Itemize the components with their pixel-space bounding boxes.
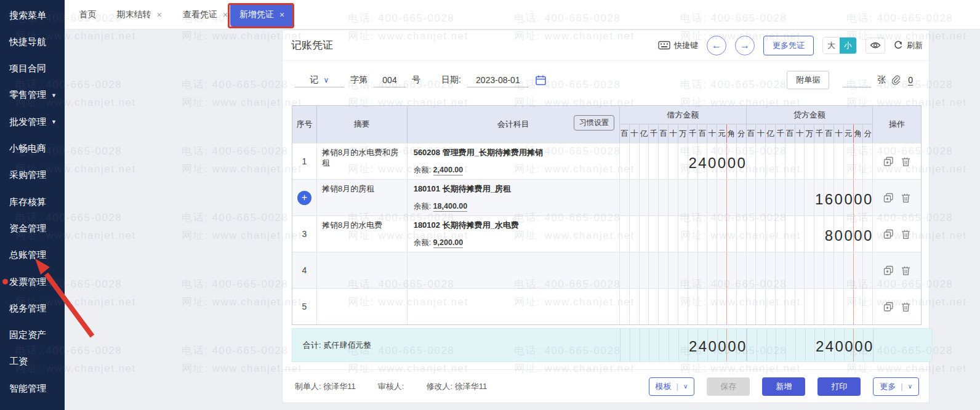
prev-voucher-button[interactable]: ←	[707, 36, 726, 55]
amount-digit-cell[interactable]	[726, 180, 736, 215]
attach-document-button[interactable]: 附单据	[787, 71, 829, 89]
sidebar-item-quick-nav[interactable]: 快捷导航	[9, 35, 46, 49]
font-size-small-button[interactable]: 小	[840, 38, 856, 54]
amount-digit-cell[interactable]	[862, 252, 872, 288]
amount-digit-cell[interactable]: 0	[834, 329, 844, 361]
delete-row-icon[interactable]	[901, 302, 910, 312]
more-button[interactable]: 更多| ∨	[873, 377, 919, 396]
amount-digit-cell[interactable]	[765, 143, 775, 179]
amount-digit-cell[interactable]	[804, 289, 814, 324]
duplicate-row-icon[interactable]	[883, 302, 894, 312]
amount-digit-cell[interactable]	[649, 329, 659, 361]
amount-digit-cell[interactable]: 4	[697, 143, 707, 179]
amount-digit-cell[interactable]	[707, 252, 717, 288]
amount-digit-cell[interactable]	[620, 216, 629, 252]
amount-digit-cell[interactable]	[805, 329, 815, 361]
amount-digit-cell[interactable]	[639, 289, 649, 324]
amount-digit-cell[interactable]: 1	[814, 180, 824, 215]
more-vouchers-button[interactable]: 更多凭证	[763, 36, 814, 55]
amount-digit-cell[interactable]: 0	[853, 329, 863, 361]
amount-digit-cell[interactable]	[755, 180, 765, 215]
amount-digit-cell[interactable]	[736, 252, 746, 288]
refresh-button[interactable]: 刷新	[894, 40, 923, 51]
account-cell[interactable]: 180101 长期待摊费用_房租余额: 18,400.00	[408, 180, 620, 215]
amount-digit-cell[interactable]	[707, 180, 717, 215]
amount-digit-cell[interactable]: 0	[726, 329, 736, 361]
amount-digit-cell[interactable]: 2	[688, 329, 697, 361]
sidebar-item-invoice-mgmt[interactable]: 发票管理	[9, 275, 46, 289]
account-cell[interactable]: 180102 长期待摊费用_水电费余额: 9,200.00	[408, 216, 620, 252]
amount-digit-cell[interactable]	[747, 216, 756, 252]
amount-digit-cell[interactable]	[824, 289, 833, 324]
amount-digit-cell[interactable]	[814, 216, 824, 252]
amount-digit-cell[interactable]	[620, 143, 629, 179]
tab-view-voucher[interactable]: 查看凭证×	[179, 0, 231, 30]
amount-digit-cell[interactable]	[678, 143, 688, 179]
amount-digit-cell[interactable]	[678, 180, 688, 215]
amount-digit-cell[interactable]	[659, 329, 669, 361]
amount-digit-cell[interactable]	[668, 143, 678, 179]
amount-digit-cell[interactable]: 0	[863, 329, 873, 361]
amount-digit-cell[interactable]	[717, 289, 726, 324]
amount-digit-cell[interactable]: 0	[726, 143, 736, 179]
delete-row-icon[interactable]	[901, 193, 910, 203]
voucher-word-field[interactable]: 记 ∨	[295, 73, 344, 87]
amount-digit-cell[interactable]	[814, 252, 824, 288]
habit-settings-button[interactable]: 习惯设置	[574, 115, 614, 131]
amount-digit-cell[interactable]	[795, 143, 805, 179]
amount-digit-cell[interactable]	[736, 289, 746, 324]
duplicate-row-icon[interactable]	[883, 193, 894, 203]
amount-digit-cell[interactable]	[747, 143, 756, 179]
sidebar-item-smart-mgmt[interactable]: 智能管理	[9, 382, 46, 395]
amount-digit-cell[interactable]: 0	[843, 216, 853, 252]
amount-digit-cell[interactable]	[736, 180, 746, 215]
amount-digit-cell[interactable]	[833, 252, 843, 288]
sidebar-item-purchase-mgmt[interactable]: 采购管理	[9, 169, 46, 182]
amount-digit-cell[interactable]	[668, 216, 678, 252]
duplicate-row-icon[interactable]	[883, 229, 894, 239]
amount-digit-cell[interactable]: 0	[717, 143, 726, 179]
amount-digit-cell[interactable]	[658, 180, 668, 215]
amount-digit-cell[interactable]	[620, 180, 629, 215]
account-cell[interactable]	[408, 252, 620, 288]
duplicate-row-icon[interactable]	[883, 265, 894, 276]
sidebar-item-retail-mgmt[interactable]: 零售管理▼	[9, 89, 57, 102]
shortcut-keys-button[interactable]: 快捷键	[658, 40, 698, 51]
calendar-icon[interactable]	[535, 74, 547, 86]
add-line-button[interactable]: +	[297, 191, 311, 205]
amount-digit-cell[interactable]: 0	[717, 329, 727, 361]
amount-digit-cell[interactable]	[775, 252, 785, 288]
attach-sheets-field[interactable]	[843, 73, 871, 87]
amount-digit-cell[interactable]	[717, 216, 726, 252]
amount-digit-cell[interactable]	[707, 216, 717, 252]
amount-digit-cell[interactable]	[629, 289, 639, 324]
amount-digit-cell[interactable]	[639, 216, 649, 252]
amount-digit-cell[interactable]: 8	[824, 216, 833, 252]
tab-home[interactable]: 首页	[71, 0, 105, 30]
amount-digit-cell[interactable]: 0	[736, 143, 746, 179]
amount-digit-cell[interactable]	[620, 252, 629, 288]
amount-digit-cell[interactable]: 0	[707, 143, 717, 179]
amount-digit-cell[interactable]	[669, 329, 678, 361]
amount-digit-cell[interactable]	[833, 289, 843, 324]
voucher-date-field[interactable]: 2023-08-01	[467, 73, 529, 87]
amount-digit-cell[interactable]: 0	[853, 216, 863, 252]
amount-digit-cell[interactable]	[648, 180, 658, 215]
amount-digit-cell[interactable]	[785, 252, 795, 288]
summary-cell[interactable]: 摊销8月的房租	[317, 180, 408, 215]
amount-digit-cell[interactable]	[658, 252, 668, 288]
amount-digit-cell[interactable]	[795, 289, 805, 324]
font-size-large-button[interactable]: 大	[823, 38, 840, 54]
duplicate-row-icon[interactable]	[883, 156, 894, 167]
amount-digit-cell[interactable]	[833, 143, 843, 179]
amount-digit-cell[interactable]	[697, 289, 707, 324]
amount-digit-cell[interactable]	[814, 289, 824, 324]
amount-digit-cell[interactable]	[765, 289, 775, 324]
amount-digit-cell[interactable]	[775, 143, 785, 179]
amount-digit-cell[interactable]: 0	[843, 180, 853, 215]
account-cell[interactable]	[408, 289, 620, 324]
amount-digit-cell[interactable]	[824, 143, 833, 179]
sidebar-item-fixed-assets[interactable]: 固定资产	[9, 329, 46, 342]
amount-digit-cell[interactable]	[648, 143, 658, 179]
amount-digit-cell[interactable]	[678, 252, 688, 288]
